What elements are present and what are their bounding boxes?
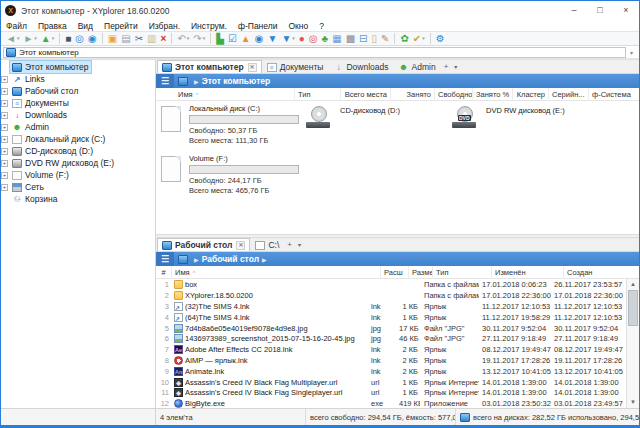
expand-icon[interactable]: + — [1, 112, 8, 119]
zoom-icon[interactable]: ◉ — [87, 32, 98, 45]
tree-item[interactable]: + Volume (F:) — [1, 169, 155, 181]
search-icon[interactable]: ◉ — [254, 32, 265, 45]
filter-menu-icon[interactable]: ▼ ▾ — [280, 32, 295, 45]
column-header-used[interactable]: Занято — [391, 88, 435, 101]
back-icon[interactable]: ◄ ▾ — [5, 32, 20, 45]
dropdown-arrow-icon[interactable]: ▾ — [187, 32, 190, 45]
tree-path-icon[interactable]: ♣ — [321, 32, 330, 45]
close-button[interactable]: × — [613, 1, 639, 20]
tiles-view-icon[interactable]: ▦ — [331, 32, 342, 45]
dropdown-arrow-icon[interactable]: ▾ — [52, 32, 55, 45]
dropdown-arrow-icon[interactable]: ▾ — [422, 32, 425, 45]
cut-icon[interactable]: ✂ — [134, 32, 144, 45]
column-header-cluster[interactable]: Кластер — [513, 88, 549, 101]
drive-tile[interactable]: CD-дисковод (D:) — [306, 106, 400, 128]
tab[interactable]: Документы — [262, 60, 329, 73]
up-icon[interactable]: ▲ ▾ — [40, 32, 55, 45]
file-row[interactable]: 10 Assassin's Creed IV Black Flag Multip… — [156, 377, 626, 388]
tree-toggle-icon[interactable]: ▙ — [215, 32, 225, 45]
column-header-serial[interactable]: Серийн... — [549, 88, 589, 101]
scrollbar-thumb[interactable] — [628, 290, 638, 326]
redo-icon[interactable]: ↷ ▾ — [192, 32, 206, 45]
column-header-type[interactable]: Тип — [295, 88, 341, 101]
column-header-created[interactable]: Создан — [564, 266, 639, 279]
tree-item[interactable]: + Документы — [1, 97, 155, 109]
column-header-size[interactable]: Размер — [409, 266, 433, 279]
file-row[interactable]: 5 7d4b8a6e05e4019ef9078e4d9e8.jpg jpg 17… — [156, 323, 626, 334]
breadcrumb-segment[interactable]: Рабочий стол — [202, 254, 259, 264]
computer-view-icon[interactable]: ■ — [64, 32, 72, 45]
dropdown-arrow-icon[interactable]: ▾ — [34, 32, 37, 45]
delete-icon[interactable]: × — [160, 32, 168, 45]
copy-icon[interactable]: ▤ — [120, 32, 131, 45]
new-tab-button[interactable]: + — [284, 240, 295, 249]
menu-item[interactable]: Вид — [78, 21, 93, 31]
paste-icon[interactable]: ▥ — [146, 32, 157, 45]
tab-close-icon[interactable]: ✕ — [248, 63, 257, 72]
column-header-name[interactable]: Имя^ — [172, 266, 381, 279]
menu-item[interactable]: Перейти — [104, 21, 138, 31]
tab-list-dropdown-icon[interactable]: ▾ — [451, 63, 460, 70]
file-row[interactable]: 11 Assassin's Creed IV Black Flag Single… — [156, 387, 626, 398]
column-header-used-pct[interactable]: Занято % — [473, 88, 513, 101]
expand-icon[interactable]: + — [1, 76, 8, 83]
checkbox-mode-icon[interactable]: ☑ — [227, 32, 238, 45]
forward-icon[interactable]: ► ▾ — [22, 32, 37, 45]
breadcrumb-segment[interactable]: Этот компьютер — [202, 76, 271, 86]
menu-item[interactable]: ф-Панели — [238, 21, 278, 31]
new-tab-button[interactable]: + — [441, 62, 452, 71]
undo-icon[interactable]: ↶ ▾ — [176, 32, 190, 45]
file-row[interactable]: 6 1436973989_screenshot_2015-07-15-16-20… — [156, 333, 626, 344]
menu-item[interactable]: ? — [319, 21, 324, 31]
expand-icon[interactable]: + — [1, 148, 8, 155]
menu-icon[interactable]: ☰ — [156, 252, 174, 266]
menu-icon[interactable]: ☰ — [156, 74, 174, 88]
tree-item[interactable]: + Сеть — [1, 181, 155, 193]
file-row[interactable]: 12 BigByte.exe exe 419 КБ Приложение 03.… — [156, 398, 626, 408]
maximize-button[interactable]: □ — [587, 1, 613, 20]
tree-item[interactable]: + CD-дисковод (D:) — [1, 145, 155, 157]
dropdown-arrow-icon[interactable]: ▾ — [203, 32, 206, 45]
expand-icon[interactable]: + — [1, 172, 8, 179]
file-row[interactable]: 2 XYplorer.18.50.0200 Папка с файлами 17… — [156, 290, 626, 301]
tab[interactable]: Admin — [394, 60, 441, 73]
address-dropdown-icon[interactable]: ▾ — [626, 49, 637, 56]
scroll-up-icon[interactable]: ▲ — [627, 279, 639, 290]
minimize-button[interactable]: – — [561, 1, 587, 20]
address-input[interactable]: Этот компьютер — [3, 47, 626, 58]
tab[interactable]: Рабочий стол ✕ — [157, 238, 250, 251]
filter-icon[interactable]: ▼ — [267, 32, 279, 45]
highlight-icon[interactable]: ▲ — [240, 32, 252, 45]
expand-icon[interactable]: + — [1, 88, 8, 95]
tree-item[interactable]: Корзина — [1, 193, 155, 205]
file-row[interactable]: 8 AIMP — ярлык.lnk lnk 2 КБ Ярлык 19.11.… — [156, 355, 626, 366]
tree-item[interactable]: + Локальный диск (C:) — [1, 133, 155, 145]
column-header-free[interactable]: Свободно — [435, 88, 473, 101]
column-header-number[interactable]: # — [156, 266, 172, 279]
details-view-icon[interactable]: ▩ — [345, 32, 356, 45]
pie-stats-icon[interactable]: ● — [298, 32, 306, 45]
tab[interactable]: C:\ — [250, 238, 284, 251]
column-header-modified[interactable]: Изменён — [492, 266, 564, 279]
wand-icon[interactable]: ✎ — [380, 32, 390, 45]
drive-tile[interactable]: DVD DVD RW дисковод (E:) — [452, 106, 565, 128]
scroll-down-icon[interactable]: ▼ — [627, 397, 639, 408]
file-row[interactable]: 4 (64)The SIMS 4.lnk lnk 1 КБ Ярлык 11.1… — [156, 312, 626, 323]
tree-item[interactable]: + Admin — [1, 121, 155, 133]
column-header-name[interactable]: Имя^ — [156, 88, 295, 101]
tab-close-icon[interactable]: ✕ — [236, 241, 245, 250]
tree-item[interactable]: + DVD RW дисковод (E:) — [1, 157, 155, 169]
file-row[interactable]: 3 (32)The SIMS 4.lnk lnk 1 КБ Ярлык 11.1… — [156, 301, 626, 312]
menu-item[interactable]: Инструм. — [191, 21, 227, 31]
tree-item[interactable]: + Downloads — [1, 109, 155, 121]
column-header-ext[interactable]: Расш — [381, 266, 409, 279]
tree-item[interactable]: + Рабочий стол — [1, 85, 155, 97]
expand-icon[interactable] — [1, 64, 8, 71]
menu-item[interactable]: Файл — [6, 21, 27, 31]
preview-pane-icon[interactable]: ▯ — [370, 32, 378, 45]
menu-item[interactable]: Окно — [288, 21, 308, 31]
tab[interactable]: Этот компьютер ✕ — [157, 60, 262, 73]
dual-pane-icon[interactable]: ⊟ — [358, 32, 368, 45]
file-row[interactable]: 7 Adobe After Effects CC 2018.lnk lnk 2 … — [156, 344, 626, 355]
column-header-total[interactable]: Всего места — [341, 88, 391, 101]
